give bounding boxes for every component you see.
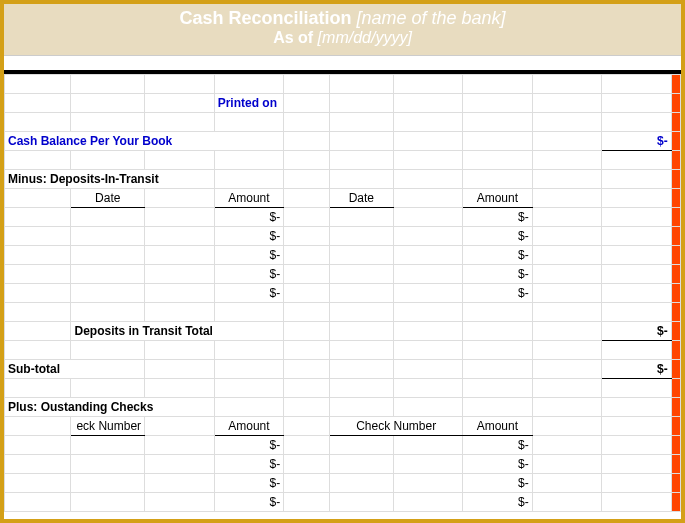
deposit-amt: $- [463, 208, 533, 227]
deposit-amt: $- [463, 284, 533, 303]
table-row[interactable] [5, 303, 681, 322]
table-row[interactable]: $- $- [5, 436, 681, 455]
table-row[interactable] [5, 379, 681, 398]
table-row[interactable]: eck Number Amount Check Number Amount [5, 417, 681, 436]
table-row[interactable]: Printed on [5, 94, 681, 113]
table-row[interactable]: $- $- [5, 208, 681, 227]
deposit-amt: $- [214, 246, 284, 265]
deposit-amt: $- [214, 227, 284, 246]
table-row[interactable]: Minus: Deposits-In-Transit [5, 170, 681, 189]
table-row[interactable]: $- $- [5, 284, 681, 303]
minus-deposits-label: Minus: Deposits-In-Transit [5, 170, 215, 189]
table-row[interactable]: Deposits in Transit Total $- [5, 322, 681, 341]
sub-bracket: [mm/dd/yyyy] [318, 29, 412, 46]
amount-header-1: Amount [214, 189, 284, 208]
amount-header-3: Amount [214, 417, 284, 436]
table-row[interactable]: Cash Balance Per Your Book $- [5, 132, 681, 151]
subtotal-label: Sub-total [5, 360, 145, 379]
table-row[interactable]: $- $- [5, 474, 681, 493]
check-amt: $- [214, 493, 284, 512]
deposit-amt: $- [214, 265, 284, 284]
amount-header-2: Amount [463, 189, 533, 208]
spreadsheet-frame: Cash Reconciliation [name of the bank] A… [0, 0, 685, 523]
table-row[interactable]: $- $- [5, 455, 681, 474]
table-row[interactable]: $- $- [5, 227, 681, 246]
check-amt: $- [214, 474, 284, 493]
table-row[interactable]: $- $- [5, 493, 681, 512]
date-header-2: Date [330, 189, 393, 208]
check-number-header-1: eck Number [71, 417, 145, 436]
table-row[interactable] [5, 341, 681, 360]
subtitle-row: As of [mm/dd/yyyy] [4, 29, 681, 47]
reconciliation-grid: Printed on Cash Balance Per Your Book $-… [4, 74, 681, 512]
cash-balance-value: $- [602, 132, 672, 151]
table-row[interactable] [5, 113, 681, 132]
deposits-total-value: $- [602, 322, 672, 341]
deposit-amt: $- [463, 227, 533, 246]
check-amt: $- [463, 493, 533, 512]
title-row: Cash Reconciliation [name of the bank] [4, 8, 681, 29]
deposit-amt: $- [463, 246, 533, 265]
deposit-amt: $- [214, 208, 284, 227]
table-row[interactable]: Plus: Oustanding Checks [5, 398, 681, 417]
check-amt: $- [463, 474, 533, 493]
table-row[interactable]: $- $- [5, 265, 681, 284]
check-number-header-2: Check Number [330, 417, 463, 436]
printed-on-label: Printed on [214, 94, 284, 113]
table-row[interactable]: Sub-total $- [5, 360, 681, 379]
table-row[interactable] [5, 75, 681, 94]
subtotal-value: $- [602, 360, 672, 379]
table-row[interactable]: Date Amount Date Amount [5, 189, 681, 208]
plus-outstanding-label: Plus: Oustanding Checks [5, 398, 215, 417]
deposits-total-label: Deposits in Transit Total [71, 322, 284, 341]
check-amt: $- [463, 436, 533, 455]
check-amt: $- [463, 455, 533, 474]
check-amt: $- [214, 455, 284, 474]
header-banner: Cash Reconciliation [name of the bank] A… [4, 4, 681, 56]
check-amt: $- [214, 436, 284, 455]
deposit-amt: $- [463, 265, 533, 284]
deposit-amt: $- [214, 284, 284, 303]
title-prefix: Cash Reconciliation [179, 8, 356, 28]
amount-header-4: Amount [463, 417, 533, 436]
table-row[interactable]: $- $- [5, 246, 681, 265]
table-row[interactable] [5, 151, 681, 170]
date-header-1: Date [71, 189, 145, 208]
cash-balance-label: Cash Balance Per Your Book [5, 132, 284, 151]
title-bracket: [name of the bank] [356, 8, 505, 28]
sub-prefix: As of [273, 29, 317, 46]
